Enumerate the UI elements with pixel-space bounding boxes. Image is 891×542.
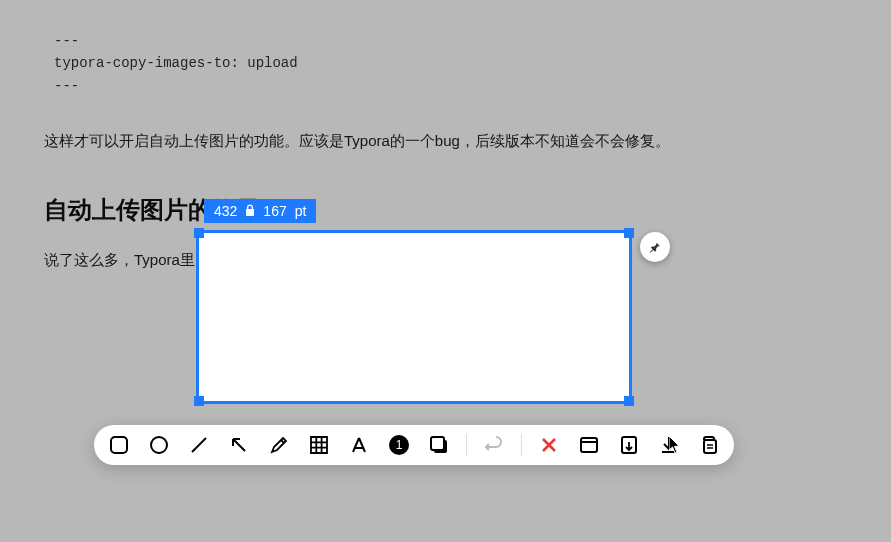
- pin-button[interactable]: [640, 232, 670, 262]
- copy-button[interactable]: [696, 432, 722, 458]
- counter-badge: 1: [389, 435, 409, 455]
- shadow-tool[interactable]: [426, 432, 452, 458]
- resize-handle-bottom-left[interactable]: [194, 396, 204, 406]
- arrow-tool[interactable]: [226, 432, 252, 458]
- toolbar-divider: [466, 434, 467, 456]
- undo-tool[interactable]: [481, 432, 507, 458]
- width-value: 432: [214, 203, 237, 219]
- pencil-tool[interactable]: [266, 432, 292, 458]
- toolbar-divider: [521, 434, 522, 456]
- svg-line-2: [192, 438, 206, 452]
- height-value: 167: [263, 203, 286, 219]
- cancel-button[interactable]: [536, 432, 562, 458]
- svg-point-1: [151, 437, 167, 453]
- line-tool[interactable]: [186, 432, 212, 458]
- mosaic-tool[interactable]: [306, 432, 332, 458]
- screenshot-toolbar: 1: [94, 425, 734, 465]
- svg-rect-4: [431, 437, 444, 450]
- svg-rect-0: [111, 437, 127, 453]
- window-tool[interactable]: [576, 432, 602, 458]
- svg-rect-5: [581, 438, 597, 452]
- pin-icon: [648, 240, 662, 254]
- selection-dimensions-label: 432 167 pt: [204, 199, 316, 223]
- resize-handle-bottom-right[interactable]: [624, 396, 634, 406]
- lock-icon: [245, 204, 255, 218]
- resize-handle-top-right[interactable]: [624, 228, 634, 238]
- text-tool[interactable]: [346, 432, 372, 458]
- rectangle-tool[interactable]: [106, 432, 132, 458]
- screenshot-selection-area[interactable]: [196, 230, 632, 404]
- circle-tool[interactable]: [146, 432, 172, 458]
- unit-value: pt: [295, 203, 307, 219]
- svg-rect-8: [704, 440, 716, 453]
- resize-handle-top-left[interactable]: [194, 228, 204, 238]
- clipboard-tool[interactable]: [616, 432, 642, 458]
- download-button[interactable]: [656, 432, 682, 458]
- counter-tool[interactable]: 1: [386, 432, 412, 458]
